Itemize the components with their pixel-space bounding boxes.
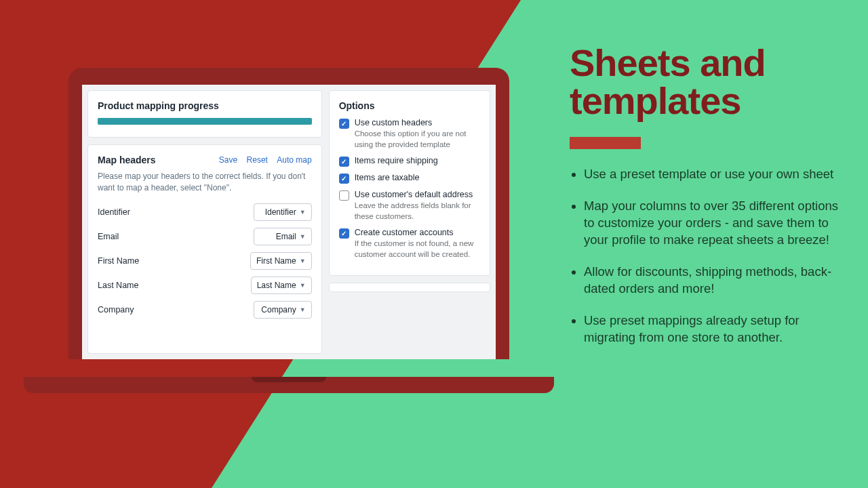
caret-down-icon: ▼ (300, 258, 306, 264)
checkbox-taxable[interactable] (339, 174, 349, 184)
options-title: Options (339, 100, 480, 111)
option-label: Create customer accounts (355, 228, 480, 237)
caret-down-icon: ▼ (300, 306, 306, 313)
option-row: Use custom headers Choose this option if… (339, 118, 480, 150)
promo-bullets: Use a preset template or use your own sh… (570, 166, 848, 346)
option-desc: Choose this option if you are not using … (355, 129, 480, 150)
field-select-firstname[interactable]: First Name▼ (250, 252, 312, 270)
field-label: Email (98, 232, 119, 241)
title-divider (570, 137, 641, 149)
option-label: Use custom headers (355, 118, 480, 127)
progress-title: Product mapping progress (98, 100, 312, 111)
reset-link[interactable]: Reset (247, 155, 268, 165)
option-label: Items are taxable (355, 173, 480, 182)
map-help-text: Please map your headers to the correct f… (98, 171, 312, 194)
field-label: Identifier (98, 207, 130, 217)
field-row: Identifier Identifier▼ (98, 203, 312, 221)
options-card: Options Use custom headers Choose this o… (329, 90, 490, 276)
promo-title: Sheets and templates (570, 44, 848, 120)
app-screen: Product mapping progress Map headers Sav… (82, 85, 496, 359)
progress-bar (98, 118, 312, 125)
caret-down-icon: ▼ (300, 209, 306, 216)
option-label: Items require shipping (355, 156, 480, 165)
save-link[interactable]: Save (219, 155, 237, 165)
field-row: Email Email▼ (98, 228, 312, 245)
caret-down-icon: ▼ (300, 233, 306, 240)
field-select-email[interactable]: Email▼ (254, 228, 312, 245)
bullet-item: Use a preset template or use your own sh… (584, 166, 848, 183)
bullet-item: Map your columns to over 35 different op… (584, 198, 848, 249)
laptop-mockup: Product mapping progress Map headers Sav… (24, 68, 554, 393)
checkbox-default-address[interactable] (339, 190, 349, 201)
option-row: Create customer accounts If the customer… (339, 228, 480, 260)
checkbox-create-accounts[interactable] (339, 228, 349, 239)
option-desc: Leave the address fields blank for these… (355, 201, 480, 222)
progress-card: Product mapping progress (87, 90, 322, 138)
option-row: Use customer's default address Leave the… (339, 190, 480, 222)
auto-map-link[interactable]: Auto map (277, 155, 311, 165)
map-headers-card: Map headers Save Reset Auto map Please m… (87, 144, 322, 354)
field-label: Last Name (98, 281, 138, 290)
field-select-lastname[interactable]: Last Name▼ (251, 277, 312, 294)
caret-down-icon: ▼ (300, 282, 306, 289)
field-row: First Name First Name▼ (98, 252, 312, 270)
field-select-company[interactable]: Company▼ (254, 301, 312, 319)
bullet-item: Allow for discounts, shipping methods, b… (584, 264, 848, 298)
promo-panel: Sheets and templates Use a preset templa… (570, 44, 848, 361)
map-title: Map headers (98, 155, 156, 165)
field-row: Last Name Last Name▼ (98, 277, 312, 294)
field-label: First Name (98, 256, 139, 266)
field-row: Company Company▼ (98, 301, 312, 319)
partial-card (329, 283, 490, 292)
option-label: Use customer's default address (355, 190, 480, 199)
field-select-identifier[interactable]: Identifier▼ (254, 203, 312, 221)
option-desc: If the customer is not found, a new cust… (355, 239, 480, 260)
checkbox-custom-headers[interactable] (339, 119, 349, 129)
option-row: Items are taxable (339, 173, 480, 184)
bullet-item: Use preset mappings already setup for mi… (584, 312, 848, 346)
option-row: Items require shipping (339, 156, 480, 167)
checkbox-require-shipping[interactable] (339, 157, 349, 167)
field-label: Company (98, 305, 134, 314)
